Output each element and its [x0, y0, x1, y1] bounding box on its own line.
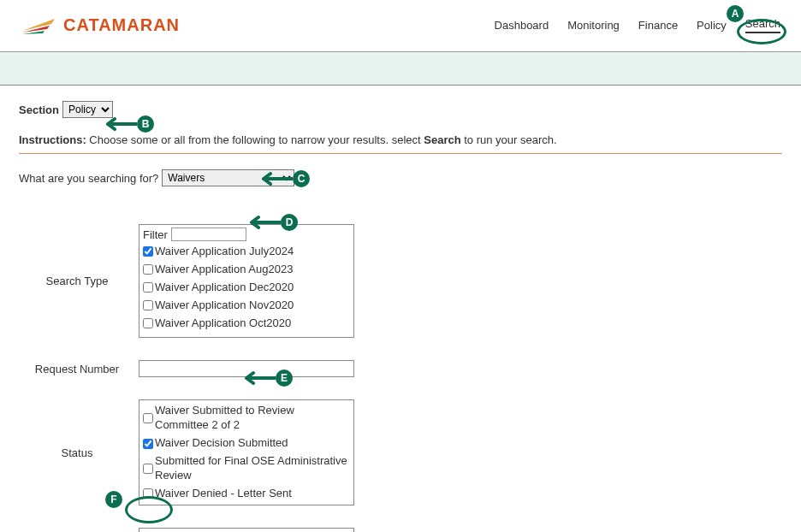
status-option-label: Waiver Submitted to Review Committee 2 o… — [155, 404, 350, 433]
query-select[interactable]: Waivers — [162, 169, 294, 186]
search-type-option-label: Waiver Application Nov2020 — [155, 299, 294, 313]
status-option-checkbox[interactable] — [143, 413, 153, 423]
section-label: Section — [19, 103, 59, 116]
search-type-option-label: Waiver Application July2024 — [155, 245, 294, 259]
query-label: What are you searching for? — [19, 172, 158, 185]
organization-input[interactable] — [139, 528, 354, 532]
search-type-label: Search Type — [19, 224, 139, 338]
search-type-option-label: Waiver Application Dec2020 — [155, 281, 294, 295]
status-option-label: Waiver Decision Submitted — [155, 436, 288, 451]
brand-logo: CATAMARAN — [21, 14, 180, 36]
request-number-label: Request Number — [19, 360, 139, 377]
nav-search[interactable]: Search — [745, 17, 780, 33]
nav-finance[interactable]: Finance — [638, 19, 678, 32]
search-type-option-checkbox[interactable] — [143, 264, 153, 275]
search-type-option-checkbox[interactable] — [143, 282, 153, 293]
section-select[interactable]: Policy — [62, 101, 113, 118]
status-listbox[interactable]: Waiver Submitted to Review Committee 2 o… — [139, 399, 354, 505]
nav-dashboard[interactable]: Dashboard — [495, 19, 549, 32]
status-option-label: Waiver Approved - Letter Sent — [155, 505, 304, 506]
filter-label: Filter — [143, 228, 168, 241]
status-option-checkbox[interactable] — [143, 488, 153, 499]
nav-monitoring[interactable]: Monitoring — [567, 19, 620, 32]
search-type-option-checkbox[interactable] — [143, 318, 153, 328]
request-number-input[interactable] — [139, 360, 354, 377]
status-option-label: Waiver Denied - Letter Sent — [155, 487, 292, 501]
search-type-listbox: Filter Waiver Application July2024 Waive… — [139, 224, 354, 338]
divider — [19, 153, 782, 154]
organization-label: Organization — [19, 528, 139, 532]
header: CATAMARAN Dashboard Monitoring Finance P… — [0, 0, 801, 48]
status-label: Status — [19, 399, 139, 505]
top-nav: Dashboard Monitoring Finance Policy Sear… — [495, 17, 780, 33]
page-band — [0, 51, 801, 86]
status-option-checkbox[interactable] — [143, 464, 153, 474]
logo-icon — [21, 14, 56, 36]
nav-policy[interactable]: Policy — [697, 19, 727, 32]
search-type-option-label: Waiver Application Oct2020 — [155, 316, 291, 331]
search-type-filter-input[interactable] — [171, 228, 246, 241]
search-type-option-label: Waiver Application Aug2023 — [155, 263, 293, 277]
status-option-label: Submitted for Final OSE Administrative R… — [155, 454, 350, 483]
search-type-option-checkbox[interactable] — [143, 300, 153, 310]
brand-name: CATAMARAN — [63, 15, 180, 35]
search-type-option-checkbox[interactable] — [143, 246, 153, 257]
instructions-text: Instructions: Choose some or all from th… — [19, 133, 782, 146]
status-option-checkbox[interactable] — [143, 439, 153, 449]
